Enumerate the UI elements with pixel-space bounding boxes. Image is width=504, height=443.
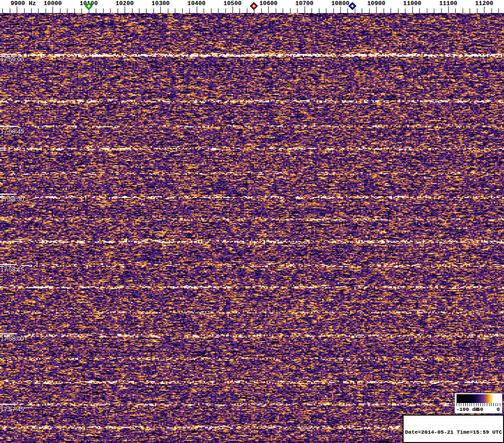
freq-tick [81,8,82,13]
scale-tick [459,403,459,406]
freq-label: 10000 [44,0,62,7]
scale-tick [471,403,472,406]
freq-tick [268,7,269,13]
freq-label: 10800 [331,0,349,7]
freq-tick [290,8,291,13]
time-tick [0,54,17,55]
color-gradient-bar [457,394,500,403]
scale-tick [470,403,470,406]
freq-tick [67,8,67,13]
observation-info-box: Date=2014-05-21 Time=15:59 UTC Freq=143 … [403,415,504,443]
time-label: 17:58:15 [0,266,24,273]
freq-tick [60,8,60,13]
time-label: 17:58:30 [0,196,24,203]
freq-label: 11200 [475,0,493,7]
db-color-scale: -100 dB -50 0 [454,393,503,414]
freq-label: 11000 [403,0,421,7]
freq-tick [419,8,420,13]
freq-tick [441,8,442,13]
time-label: 17:58:45 [0,128,24,135]
freq-marker-green[interactable] [85,2,93,10]
freq-tick [434,8,434,13]
freq-marker-red[interactable] [250,2,258,10]
freq-tick [384,8,384,13]
scale-tick [496,403,496,406]
freq-tick [189,8,190,13]
freq-tick [211,8,212,13]
scale-tick [457,403,457,406]
freq-tick [297,8,298,13]
scale-labels: -100 dB -50 0 [455,406,502,413]
freq-tick [470,8,470,13]
freq-tick [455,8,456,13]
scale-tick [463,403,464,406]
scale-tick [461,403,461,406]
time-tick [0,126,17,127]
freq-tick [2,8,3,13]
freq-tick [305,7,305,13]
freq-label: 10300 [152,0,170,7]
freq-tick [232,7,233,13]
waterfall-spectrogram [0,13,504,443]
freq-tick [391,8,391,13]
freq-tick [17,7,17,13]
freq-tick [225,8,226,13]
time-tick [0,404,17,405]
freq-tick [31,8,32,13]
freq-label: 11100 [439,0,457,7]
freq-tick [412,7,413,13]
scale-tick [491,403,491,406]
scale-tick [489,403,490,406]
freq-tick [398,8,398,13]
freq-tick [118,8,118,13]
freq-tick [38,8,39,13]
freq-tick [110,8,111,13]
freq-tick [103,8,104,13]
freq-tick [74,8,75,13]
marker-center-hole [87,5,90,7]
freq-label: 10200 [115,0,133,7]
freq-tick [96,8,96,13]
scale-tick [467,403,468,406]
freq-tick [204,8,204,13]
freq-tick [427,8,427,13]
time-label: 17:57:45 [0,406,24,413]
freq-label: 10600 [259,0,278,7]
freq-label: 10500 [223,0,241,7]
freq-tick [146,8,146,13]
freq-tick [376,7,377,13]
scale-tick-row [457,403,500,406]
marker-center-hole [253,5,256,7]
freq-tick [182,8,183,13]
freq-label: 9900 Hz [11,0,36,7]
freq-tick [333,8,334,13]
freq-tick [312,8,312,13]
freq-tick [197,7,197,13]
freq-tick [239,8,240,13]
freq-tick [168,8,168,13]
freq-tick [283,8,283,13]
freq-tick [125,7,125,13]
freq-tick [405,8,405,13]
info-date-time: Date=2014-05-21 Time=15:59 UTC [405,429,503,436]
time-tick [0,333,17,334]
freq-tick [484,7,484,13]
scale-tick [474,403,474,406]
freq-tick [53,7,53,13]
scale-tick [480,403,481,406]
freq-tick [175,8,175,13]
freq-tick [369,8,370,13]
blue-diamond-icon [348,2,356,10]
freq-tick [477,8,477,13]
scale-label-max-db: 0 [497,406,500,412]
freq-tick [498,8,499,13]
freq-tick [153,8,154,13]
freq-tick [448,7,449,13]
freq-tick [10,8,10,13]
freq-marker-blue[interactable] [348,2,357,10]
time-tick [0,194,17,195]
scale-tick [483,403,483,406]
freq-tick [46,8,46,13]
freq-tick [218,8,219,13]
freq-label: 10400 [187,0,206,7]
